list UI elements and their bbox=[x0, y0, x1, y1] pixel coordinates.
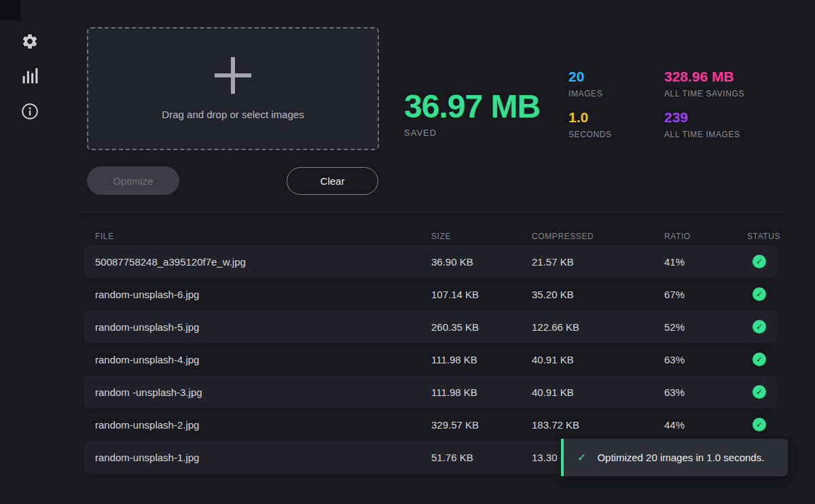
column-header-file: FILE bbox=[95, 232, 431, 241]
section-divider bbox=[78, 212, 789, 213]
window-corner bbox=[0, 0, 20, 20]
seconds-value: 1.0 bbox=[568, 109, 612, 125]
cell-file: random-unsplash-4.jpg bbox=[95, 354, 431, 365]
dropzone[interactable]: Drag and drop or select images bbox=[87, 27, 379, 150]
status-check-icon: ✓ bbox=[753, 255, 766, 268]
cell-size: 260.35 KB bbox=[431, 321, 532, 333]
table-row: random -unsplash-3.jpg 111.98 KB 40.91 K… bbox=[84, 376, 777, 408]
cell-size: 107.14 KB bbox=[431, 289, 532, 300]
cell-size: 111.98 KB bbox=[431, 386, 532, 398]
info-icon bbox=[21, 103, 39, 120]
cell-compressed: 40.91 KB bbox=[532, 386, 664, 398]
cell-ratio: 41% bbox=[664, 256, 747, 268]
app-window: Drag and drop or select images 36.97 MB … bbox=[0, 0, 815, 504]
cell-ratio: 44% bbox=[664, 419, 747, 431]
cell-size: 36.90 KB bbox=[431, 256, 532, 268]
table-row: random-unsplash-6.jpg 107.14 KB 35.20 KB… bbox=[84, 278, 777, 310]
all-time-images-value: 239 bbox=[664, 109, 744, 125]
cell-file: random-unsplash-6.jpg bbox=[95, 289, 431, 300]
cell-ratio: 52% bbox=[664, 321, 747, 333]
cell-compressed: 21.57 KB bbox=[532, 256, 664, 268]
sidebar-settings-button[interactable] bbox=[18, 30, 41, 53]
images-value: 20 bbox=[568, 69, 612, 84]
results-table: FILE SIZE COMPRESSED RATIO STATUS 500877… bbox=[84, 227, 777, 473]
cell-size: 51.76 KB bbox=[431, 452, 532, 463]
cell-compressed: 35.20 KB bbox=[532, 289, 664, 300]
status-check-icon: ✓ bbox=[753, 418, 766, 431]
toast-message: Optimized 20 images in 1.0 seconds. bbox=[597, 452, 764, 463]
cell-ratio: 63% bbox=[664, 386, 747, 398]
toast-accent-bar bbox=[561, 439, 564, 476]
toast-notification[interactable]: ✓ Optimized 20 images in 1.0 seconds. bbox=[561, 439, 788, 476]
cell-ratio: 63% bbox=[664, 354, 747, 365]
saved-label: SAVED bbox=[404, 128, 540, 138]
clear-button[interactable]: Clear bbox=[287, 167, 378, 195]
stat-saved: 36.97 MB SAVED bbox=[404, 90, 540, 138]
all-time-images-label: ALL TIME IMAGES bbox=[664, 130, 744, 139]
cell-size: 111.98 KB bbox=[431, 354, 532, 365]
cell-file: 50087758248_a395120f7e_w.jpg bbox=[95, 256, 431, 268]
table-row: random-unsplash-5.jpg 260.35 KB 122.66 K… bbox=[84, 310, 777, 343]
column-header-status: STATUS bbox=[747, 232, 788, 241]
cell-compressed: 40.91 KB bbox=[532, 354, 664, 365]
column-header-ratio: RATIO bbox=[664, 232, 747, 241]
table-row: random-unsplash-2.jpg 329.57 KB 183.72 K… bbox=[84, 408, 777, 441]
all-time-savings-value: 328.96 MB bbox=[664, 69, 744, 84]
table-row: 50087758248_a395120f7e_w.jpg 36.90 KB 21… bbox=[84, 245, 777, 278]
sidebar-info-button[interactable] bbox=[18, 100, 41, 123]
cell-file: random-unsplash-5.jpg bbox=[95, 321, 431, 333]
images-label: IMAGES bbox=[568, 89, 612, 98]
column-header-size: SIZE bbox=[431, 232, 532, 241]
saved-value: 36.97 MB bbox=[404, 90, 540, 123]
column-header-compressed: COMPRESSED bbox=[532, 232, 664, 241]
cell-file: random -unsplash-3.jpg bbox=[95, 386, 431, 398]
status-check-icon: ✓ bbox=[753, 385, 766, 399]
cell-compressed: 122.66 KB bbox=[532, 321, 664, 333]
cell-ratio: 67% bbox=[664, 289, 747, 300]
cell-compressed: 183.72 KB bbox=[532, 419, 664, 431]
bar-chart-icon bbox=[22, 67, 39, 84]
cell-file: random-unsplash-1.jpg bbox=[95, 452, 431, 463]
plus-icon bbox=[215, 57, 251, 94]
table-row: random-unsplash-4.jpg 111.98 KB 40.91 KB… bbox=[84, 343, 777, 376]
stat-column-all-time: 328.96 MB ALL TIME SAVINGS 239 ALL TIME … bbox=[664, 69, 744, 150]
all-time-savings-label: ALL TIME SAVINGS bbox=[664, 89, 744, 98]
status-check-icon: ✓ bbox=[753, 353, 766, 366]
seconds-label: SECONDS bbox=[568, 130, 612, 139]
dropzone-label: Drag and drop or select images bbox=[162, 109, 304, 120]
gear-icon bbox=[21, 33, 39, 50]
status-check-icon: ✓ bbox=[753, 320, 766, 334]
sidebar-statistics-button[interactable] bbox=[18, 64, 41, 87]
cell-size: 329.57 KB bbox=[431, 419, 532, 431]
optimize-button[interactable]: Optimize bbox=[87, 166, 179, 195]
table-header: FILE SIZE COMPRESSED RATIO STATUS bbox=[84, 227, 777, 245]
toast-check-icon: ✓ bbox=[577, 451, 586, 464]
cell-file: random-unsplash-2.jpg bbox=[95, 419, 431, 431]
stat-column-session: 20 IMAGES 1.0 SECONDS bbox=[568, 69, 612, 150]
status-check-icon: ✓ bbox=[753, 287, 766, 301]
